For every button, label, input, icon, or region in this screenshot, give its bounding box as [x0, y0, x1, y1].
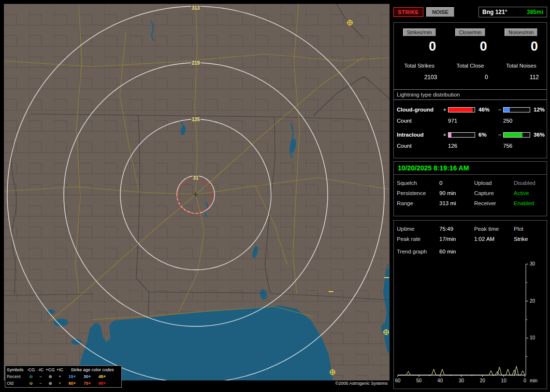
ring-label-31: 31: [193, 175, 199, 181]
squelch-value: 0: [439, 180, 474, 186]
neg-cg-icon: ⊖: [26, 374, 36, 379]
cg-positive-pct: 46%: [476, 107, 496, 113]
cg-negative-pct: 12%: [531, 107, 545, 113]
trend-graph-row: Trend graph 60 min: [394, 242, 547, 255]
upload-label: Upload: [474, 180, 514, 186]
total-noises-label: Total Noises: [496, 62, 547, 69]
total-strikes-label: Total Strikes: [394, 62, 445, 69]
minus-sign: −: [496, 132, 503, 138]
ic-negative-pct: 36%: [531, 132, 545, 138]
svg-text:10: 10: [530, 335, 536, 340]
strike-indicator-button[interactable]: STRIKE: [393, 7, 423, 17]
cg-negative-bar-fill: [504, 108, 510, 112]
noise-indicator-button[interactable]: NOISE: [426, 7, 454, 17]
svg-text:20: 20: [530, 298, 536, 304]
svg-text:0: 0: [523, 378, 526, 383]
peak-time-value: 1:02 AM: [474, 236, 514, 242]
cg-positive-bar: [448, 107, 475, 112]
ic-negative-bar-fill: [504, 133, 522, 137]
status-grid: Uptime 75:49 Peak time Plot Peak rate 17…: [394, 221, 547, 242]
trend-graph-label: Trend graph: [397, 248, 439, 255]
noises-per-min-badge: Noises/min: [505, 28, 537, 36]
svg-text:60: 60: [395, 378, 401, 383]
ic-positive-pct: 6%: [476, 132, 496, 138]
status-panel: Uptime 75:49 Peak time Plot Peak rate 17…: [393, 220, 547, 389]
svg-text:10: 10: [501, 378, 507, 383]
total-close-value: 0: [445, 74, 495, 81]
receiver-status: Enabled: [514, 200, 544, 207]
ring-label-219: 219: [192, 60, 200, 66]
uptime-label: Uptime: [397, 225, 439, 232]
cg-negative-count: 250: [503, 118, 531, 124]
trend-window-value: 60 min: [439, 248, 544, 255]
range-value: 313 mi: [439, 200, 474, 207]
peak-rate-value: 17/min: [439, 236, 474, 242]
uptime-value: 75:49: [439, 225, 474, 232]
legend-recent-label: Recent: [7, 374, 26, 379]
intracloud-row: Intracloud + 6% − 36%: [394, 132, 547, 138]
age-code-30: 30+: [80, 374, 95, 379]
strike-counters: Strikes/min Close/min Noises/min 0 0 0 T…: [394, 28, 547, 81]
pos-cg-icon: ⊕: [45, 374, 55, 379]
svg-text:50: 50: [416, 378, 422, 383]
ring-label-125: 125: [192, 117, 200, 122]
radar-map[interactable]: 313 219 125 31: [4, 4, 390, 380]
topbar: STRIKE NOISE Bng 121° 385mi: [393, 7, 547, 17]
ic-positive-bar-fill: [449, 133, 451, 137]
ring-label-313: 313: [192, 5, 200, 11]
svg-text:40: 40: [437, 378, 443, 383]
noises-rate-value: 0: [496, 38, 547, 55]
cg-positive-bar-fill: [449, 108, 473, 112]
age-code-15: 15+: [65, 374, 80, 379]
trend-graph: 6050403020100102030min: [396, 261, 547, 388]
legend-col-pos-cg: +CG: [45, 367, 55, 372]
intracloud-label: Intracloud: [397, 132, 441, 138]
intracloud-count-row: Count 126 756: [394, 143, 547, 149]
receiver-label: Receiver: [474, 200, 514, 207]
plus-sign: +: [441, 107, 448, 113]
strikes-rate-value: 0: [394, 38, 445, 55]
total-strikes-value: 2103: [394, 74, 445, 81]
plot-label: Plot: [514, 225, 544, 232]
persistence-label: Persistence: [397, 190, 439, 196]
bearing-distance: 385mi: [527, 9, 543, 15]
svg-text:30: 30: [530, 261, 536, 266]
age-code-45: 45+: [95, 374, 110, 379]
strikes-per-min-badge: Strikes/min: [403, 28, 436, 36]
minus-sign: −: [496, 107, 503, 113]
ic-negative-count: 756: [503, 143, 531, 149]
squelch-label: Squelch: [397, 180, 439, 186]
ic-positive-count: 126: [448, 143, 476, 149]
cloud-ground-label: Cloud-ground: [397, 107, 441, 113]
bearing-value: Bng 121°: [482, 9, 507, 15]
trend-graph-canvas: 6050403020100102030min: [396, 261, 547, 388]
svg-text:20: 20: [480, 378, 486, 383]
neg-ic-icon: −: [36, 374, 45, 379]
copyright-text: ©2005 Astrogenic Systems: [4, 381, 388, 386]
datetime-display: 10/20/2025 8:19:16 AM: [394, 162, 547, 175]
capture-status: Active: [514, 190, 544, 196]
settings-panel: 10/20/2025 8:19:16 AM Squelch 0 Upload D…: [393, 161, 547, 216]
cg-positive-count: 971: [448, 118, 476, 124]
bearing-readout: Bng 121° 385mi: [478, 7, 547, 17]
count-label: Count: [397, 118, 441, 124]
peak-time-label: Peak time: [474, 225, 514, 232]
settings-grid: Squelch 0 Upload Disabled Persistence 90…: [394, 175, 547, 207]
cloud-ground-count-row: Count 971 250: [394, 118, 547, 124]
close-rate-value: 0: [445, 38, 495, 55]
cg-negative-bar: [503, 107, 530, 112]
count-label: Count: [397, 143, 441, 149]
legend-row-recent: Recent ⊖ − ⊕ + 15+ 30+ 45+: [7, 373, 120, 380]
lightning-distribution-section: Lightning type distribution Cloud-ground…: [394, 89, 547, 149]
capture-label: Capture: [474, 190, 514, 196]
legend-col-neg-ic: -IC: [36, 367, 45, 372]
svg-text:min: min: [530, 378, 537, 383]
plus-sign: +: [441, 132, 448, 138]
plot-value: Strike: [514, 236, 544, 242]
close-per-min-badge: Close/min: [455, 28, 486, 36]
svg-text:30: 30: [459, 378, 464, 383]
distribution-title: Lightning type distribution: [394, 90, 547, 100]
pos-ic-icon: +: [55, 374, 65, 379]
cloud-ground-row: Cloud-ground + 46% − 12%: [394, 107, 547, 113]
map-container: 313 219 125 31 Symbols -CG -IC +CG +IC S…: [4, 4, 390, 380]
